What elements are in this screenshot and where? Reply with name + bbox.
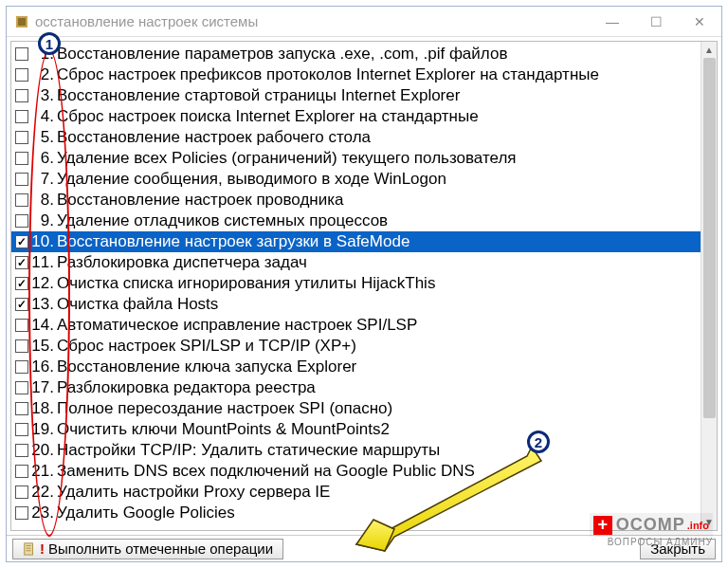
item-number: 3.: [30, 85, 57, 106]
list-item[interactable]: 21.Заменить DNS всех подключений на Goog…: [11, 461, 701, 482]
checkbox[interactable]: [15, 193, 28, 207]
list-item[interactable]: 14.Автоматическое исправление настроек S…: [11, 315, 701, 336]
checkbox[interactable]: [15, 131, 28, 144]
item-label: Автоматическое исправление настроек SPI/…: [57, 315, 417, 336]
item-number: 5.: [30, 127, 57, 148]
item-number: 13.: [30, 294, 57, 315]
checkbox[interactable]: [15, 256, 28, 269]
checkbox[interactable]: [15, 506, 28, 520]
item-number: 23.: [30, 503, 57, 523]
list-item[interactable]: 19.Очистить ключи MountPoints & MountPoi…: [11, 419, 701, 440]
svg-rect-2: [25, 542, 33, 554]
item-label: Полное пересоздание настроек SPI (опасно…: [57, 398, 392, 419]
window-title: осстановление настроек системы: [35, 13, 591, 29]
title-bar: осстановление настроек системы — ☐ ✕: [7, 7, 721, 37]
checkbox[interactable]: [15, 465, 28, 478]
maximize-button[interactable]: ☐: [634, 8, 678, 36]
scroll-up-arrow[interactable]: ▲: [701, 42, 717, 58]
list-item[interactable]: 7.Удаление сообщения, выводимого в ходе …: [11, 169, 701, 190]
checkbox[interactable]: [15, 110, 28, 123]
watermark: + OCOMP .info ВОПРОСЫ АДМИНУ: [590, 513, 713, 547]
item-label: Удаление сообщения, выводимого в ходе Wi…: [57, 169, 446, 190]
list-item[interactable]: 1.Восстановление параметров запуска .exe…: [11, 44, 701, 64]
script-icon: [23, 542, 36, 556]
watermark-brand: OCOMP: [616, 515, 685, 535]
item-label: Настройки TCP/IP: Удалить статические ма…: [57, 440, 440, 461]
checkbox[interactable]: [15, 360, 28, 374]
list-item[interactable]: 15.Сброс настроек SPI/LSP и TCP/IP (XP+): [11, 336, 701, 357]
checkbox[interactable]: [15, 298, 28, 311]
item-number: 21.: [30, 461, 57, 482]
checkbox[interactable]: [15, 214, 28, 228]
item-number: 20.: [30, 440, 57, 461]
checkbox[interactable]: [15, 319, 28, 332]
list-item[interactable]: 10.Восстановление настроек загрузки в Sa…: [11, 231, 701, 252]
list-item[interactable]: 12.Очистка списка игнорирования утилиты …: [11, 273, 701, 294]
list-item[interactable]: 18.Полное пересоздание настроек SPI (опа…: [11, 398, 701, 419]
item-number: 18.: [30, 398, 57, 419]
checkbox[interactable]: [15, 68, 28, 82]
item-label: Очистка списка игнорирования утилиты Hij…: [57, 273, 435, 294]
item-label: Удаление отладчиков системных процессов: [57, 211, 388, 231]
checkbox[interactable]: [15, 381, 28, 394]
item-label: Очистка файла Hosts: [57, 294, 218, 315]
item-label: Восстановление стартовой страницы Intern…: [57, 85, 460, 106]
settings-list[interactable]: 1.Восстановление параметров запуска .exe…: [11, 42, 701, 530]
checkbox[interactable]: [15, 235, 28, 248]
checkbox[interactable]: [15, 444, 28, 457]
list-item[interactable]: 13.Очистка файла Hosts: [11, 294, 701, 315]
item-number: 4.: [30, 106, 57, 127]
item-number: 22.: [30, 482, 57, 503]
list-item[interactable]: 20.Настройки TCP/IP: Удалить статические…: [11, 440, 701, 461]
item-number: 7.: [30, 169, 57, 190]
checkbox[interactable]: [15, 47, 28, 61]
checkbox[interactable]: [15, 89, 28, 102]
checkbox[interactable]: [15, 423, 28, 436]
annotation-badge-2: 2: [527, 431, 550, 453]
minimize-button[interactable]: —: [591, 8, 634, 36]
checkbox[interactable]: [15, 277, 28, 290]
item-number: 19.: [30, 419, 57, 440]
checkbox[interactable]: [15, 486, 28, 499]
list-item[interactable]: 4.Сброс настроек поиска Internet Explore…: [11, 106, 701, 127]
list-item[interactable]: 9.Удаление отладчиков системных процессо…: [11, 211, 701, 231]
item-label: Сброс настроек SPI/LSP и TCP/IP (XP+): [57, 336, 356, 357]
item-label: Восстановление настроек рабочего стола: [57, 127, 371, 148]
item-number: 10.: [30, 231, 57, 252]
watermark-plus-icon: +: [593, 516, 612, 535]
item-label: Восстановление настроек загрузки в SafeM…: [57, 231, 410, 252]
execute-button[interactable]: ! Выполнить отмеченные операции: [12, 539, 283, 559]
list-item[interactable]: 8.Восстановление настроек проводника: [11, 190, 701, 211]
checkbox[interactable]: [15, 173, 28, 186]
item-label: Очистить ключи MountPoints & MountPoints…: [57, 419, 390, 440]
list-item[interactable]: 11.Разблокировка диспетчера задач: [11, 252, 701, 273]
item-label: Удалить настройки Proxy сервера IE: [57, 482, 330, 503]
item-label: Восстановление ключа запуска Explorer: [57, 357, 356, 377]
list-item[interactable]: 2.Сброс настроек префиксов протоколов In…: [11, 64, 701, 85]
list-item[interactable]: 5.Восстановление настроек рабочего стола: [11, 127, 701, 148]
list-item[interactable]: 3.Восстановление стартовой страницы Inte…: [11, 85, 701, 106]
checkbox[interactable]: [15, 402, 28, 415]
content-area: 1.Восстановление параметров запуска .exe…: [10, 41, 718, 531]
close-window-button[interactable]: ✕: [678, 8, 721, 36]
list-item[interactable]: 6.Удаление всех Policies (ограничений) т…: [11, 148, 701, 169]
item-number: 11.: [30, 252, 57, 273]
list-item[interactable]: 17.Разблокировка редактора реестра: [11, 377, 701, 398]
watermark-tld: .info: [687, 520, 709, 531]
scroll-thumb[interactable]: [703, 58, 716, 418]
item-number: 6.: [30, 148, 57, 169]
execute-button-label: Выполнить отмеченные операции: [48, 541, 273, 557]
item-label: Восстановление настроек проводника: [57, 190, 344, 211]
checkbox[interactable]: [15, 339, 28, 353]
window: осстановление настроек системы — ☐ ✕ 1.В…: [6, 6, 722, 562]
item-label: Сброс настроек префиксов протоколов Inte…: [57, 64, 599, 85]
item-label: Удаление всех Policies (ограничений) тек…: [57, 148, 517, 169]
list-item[interactable]: 22.Удалить настройки Proxy сервера IE: [11, 482, 701, 503]
scrollbar[interactable]: ▲ ▼: [701, 42, 717, 530]
item-label: Разблокировка редактора реестра: [57, 377, 316, 398]
item-label: Удалить Google Policies: [57, 503, 235, 523]
list-item[interactable]: 16.Восстановление ключа запуска Explorer: [11, 357, 701, 377]
item-number: 12.: [30, 273, 57, 294]
item-label: Восстановление параметров запуска .exe, …: [57, 44, 507, 64]
checkbox[interactable]: [15, 152, 28, 165]
